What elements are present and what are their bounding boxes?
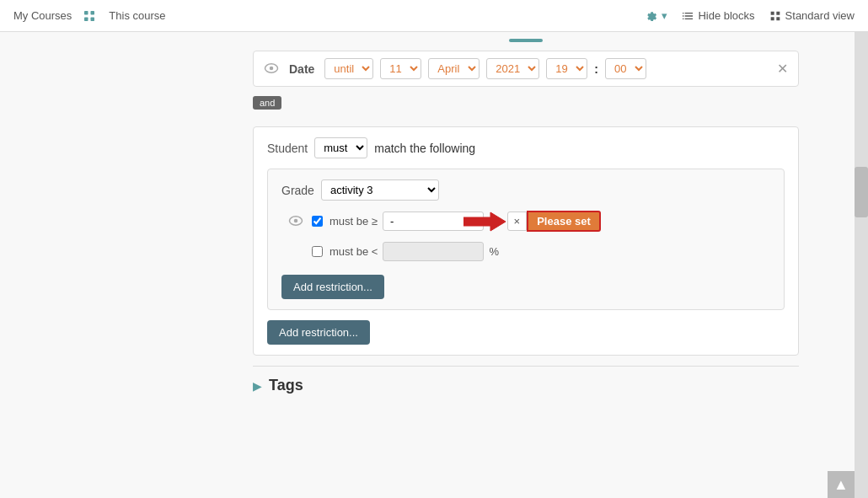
must-be-gte-label: must be ≥ — [330, 215, 378, 228]
scrollbar-thumb[interactable] — [855, 167, 868, 217]
red-arrow-icon — [463, 211, 506, 233]
svg-rect-0 — [84, 11, 88, 15]
must-be-lt-percent: % — [489, 245, 499, 258]
student-label: Student — [267, 142, 308, 155]
hide-blocks-label: Hide blocks — [698, 9, 754, 22]
time-colon: : — [594, 62, 598, 76]
breadcrumb-separator — [82, 8, 99, 24]
date-month-select[interactable]: April — [428, 58, 480, 79]
date-minute-select[interactable]: 00 — [605, 58, 646, 79]
must-be-gte-checkbox[interactable] — [312, 216, 323, 227]
scroll-to-top-button[interactable]: ▲ — [828, 471, 855, 498]
eye-icon-gte — [288, 215, 303, 228]
date-restriction-close[interactable]: ✕ — [777, 61, 788, 77]
grade-activity-select[interactable]: activity 3 — [321, 179, 439, 201]
grade-row: Grade activity 3 — [281, 179, 770, 201]
must-be-lt-row: must be < % — [312, 242, 770, 261]
match-following-text: match the following — [374, 142, 475, 155]
outer-add-restriction-button[interactable]: Add restriction... — [267, 320, 370, 345]
standard-view-label: Standard view — [785, 9, 855, 22]
svg-point-5 — [270, 66, 274, 70]
gear-dropdown-arrow[interactable]: ▾ — [662, 9, 667, 22]
student-row: Student must match the following — [267, 137, 785, 158]
inner-add-restriction-button[interactable]: Add restriction... — [281, 275, 384, 299]
tags-section: ▶ Tags — [253, 366, 799, 404]
date-year-select[interactable]: 2021 — [486, 58, 539, 79]
date-until-select[interactable]: until — [324, 58, 373, 79]
svg-marker-8 — [463, 212, 506, 231]
my-courses-link[interactable]: My Courses — [13, 9, 72, 22]
and-badge: and — [253, 96, 281, 110]
eye-icon[interactable] — [264, 62, 279, 77]
please-set-x-button[interactable]: × — [507, 212, 528, 231]
hide-blocks-button[interactable]: Hide blocks — [681, 9, 754, 23]
svg-rect-1 — [91, 11, 95, 15]
must-be-lt-checkbox[interactable] — [312, 246, 323, 257]
grade-restriction-box: Grade activity 3 must be ≥ % — [267, 169, 785, 310]
tags-label: Tags — [269, 377, 303, 394]
top-navigation: My Courses This course ▾ Hide blocks Sta… — [0, 0, 868, 32]
must-be-gte-row: must be ≥ % × Please set — [312, 211, 770, 232]
student-must-select[interactable]: must — [314, 137, 367, 158]
top-nav-actions: ▾ Hide blocks Standard view — [645, 9, 855, 23]
date-day-select[interactable]: 11 — [380, 58, 421, 79]
must-be-lt-label: must be < — [330, 245, 378, 258]
date-restriction-row: Date until 11 April 2021 19 : 00 ✕ — [253, 51, 799, 87]
svg-rect-2 — [84, 17, 88, 21]
settings-gear-button[interactable]: ▾ — [645, 9, 667, 23]
date-hour-select[interactable]: 19 — [546, 58, 587, 79]
tags-expand-chevron[interactable]: ▶ — [253, 379, 262, 393]
standard-view-button[interactable]: Standard view — [769, 9, 855, 23]
scrollbar[interactable] — [855, 32, 868, 498]
must-be-lt-input[interactable] — [383, 242, 484, 261]
svg-point-7 — [294, 218, 298, 222]
grade-label: Grade — [281, 184, 314, 197]
date-label: Date — [289, 62, 314, 76]
this-course-link[interactable]: This course — [109, 9, 165, 22]
student-must-section: Student must match the following Grade a… — [253, 126, 799, 356]
please-set-badge: Please set — [527, 211, 601, 232]
svg-rect-3 — [91, 17, 95, 21]
breadcrumb: My Courses This course — [13, 8, 166, 24]
teal-top-indicator — [509, 39, 543, 42]
